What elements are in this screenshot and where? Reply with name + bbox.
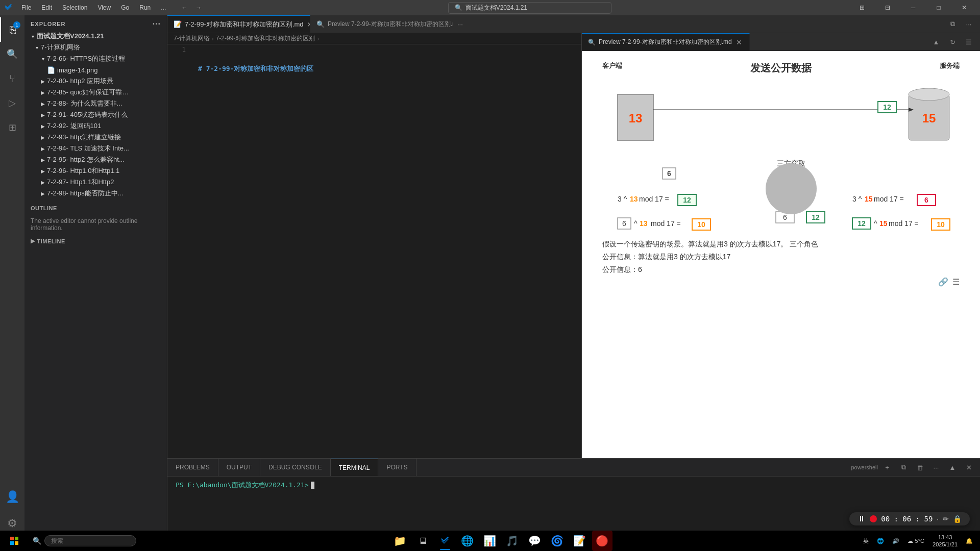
terminal-close-button[interactable]: ✕ — [962, 460, 976, 474]
more-menu[interactable]: ... — [157, 3, 170, 12]
tab-preview[interactable]: 🔍 Preview 7-2-99-对称加密和非对称加密的区别.md ✕ — [310, 15, 453, 33]
client-number: 13 — [629, 111, 643, 125]
sidebar-item-compat[interactable]: ▶ 7-2-95- http2 怎么兼容ht... — [24, 154, 167, 165]
sidebar-item-http11[interactable]: ▶ 7-2-97- Http1.1和Http2 — [24, 177, 167, 188]
sidebar-item-establish[interactable]: ▶ 7-2-93- http怎样建立链接 — [24, 132, 167, 143]
sidebar-item-https[interactable]: ▾ 7-2-66- HTTPS的连接过程 — [24, 53, 167, 64]
minimize-button[interactable]: ─ — [901, 0, 925, 15]
nav-back[interactable]: ← — [178, 3, 190, 12]
http11-label: 7-2-97- Http1.1和Http2 — [47, 178, 114, 187]
timeline-section[interactable]: ▶ Timeline — [24, 236, 167, 246]
sidebar-item-tls[interactable]: ▶ 7-2-94- TLS 加速技术 Inte... — [24, 143, 167, 154]
ports-tab[interactable]: PORTS — [378, 459, 416, 476]
menu-icon[interactable]: ☰ — [952, 277, 960, 287]
sidebar-item-nonneed[interactable]: ▶ 7-2-88- 为什么既需要非... — [24, 98, 167, 109]
source-control-activity-icon[interactable]: ⑂ — [0, 66, 24, 91]
tab-actions: ⧉ ··· — [945, 15, 980, 33]
debug-activity-icon[interactable]: ▷ — [0, 91, 24, 115]
breadcrumb-network[interactable]: 7-计算机网络 — [174, 34, 210, 43]
taskbar-app-edge[interactable]: 🌀 — [547, 531, 568, 551]
taskbar-app-terminal[interactable]: 🖥 — [412, 531, 433, 551]
taskbar-search-input[interactable] — [44, 535, 136, 546]
terminal-tab[interactable]: TERMINAL — [331, 459, 379, 476]
sidebar-item-image[interactable]: 📄 image-14.png — [24, 64, 167, 76]
toc-button[interactable]: ☰ — [962, 35, 976, 49]
taskbar-weather[interactable]: ☁ 5°C — [904, 531, 927, 551]
explorer-activity-icon[interactable]: ⎘ 1 — [0, 17, 24, 42]
taskbar-app-explorer[interactable]: 📁 — [390, 531, 410, 551]
taskbar-language[interactable]: 英 — [860, 531, 872, 551]
view-menu[interactable]: View — [93, 3, 115, 12]
sidebar-item-http10[interactable]: ▶ 7-2-96- Http1.0和Http1.1 — [24, 165, 167, 177]
start-button[interactable] — [4, 531, 24, 551]
problems-tab[interactable]: PROBLEMS — [167, 459, 218, 476]
scroll-up-button[interactable]: ▲ — [929, 35, 943, 49]
taskbar-app-music[interactable]: 🎵 — [502, 531, 523, 551]
more-actions-button[interactable]: ··· — [962, 17, 976, 31]
output-tab[interactable]: OUTPUT — [218, 459, 260, 476]
taskbar-app-wechat[interactable]: 💬 — [525, 531, 545, 551]
code-scroll[interactable]: 1 54 55 56 57 58 59 59 60 60 61 62 — [167, 44, 581, 458]
taskbar-search[interactable]: 🔍 — [27, 531, 142, 551]
nonneed-label: 7-2-88- 为什么既需要非... — [47, 99, 122, 108]
search-activity-icon[interactable]: 🔍 — [0, 42, 24, 66]
taskbar-clock[interactable]: 13:43 2025/1/21 — [929, 534, 961, 548]
refresh-button[interactable]: ↻ — [945, 35, 960, 49]
sidebar-item-root[interactable]: ▾ 面试题文档V2024.1.21 — [24, 31, 167, 42]
http11-arrow: ▶ — [39, 180, 47, 185]
sidebar-header: Explorer ··· — [24, 15, 167, 31]
timeline-arrow: ▶ — [31, 238, 35, 244]
taskbar-app-browser[interactable]: 🌐 — [457, 531, 478, 551]
sidebar-item-network[interactable]: ▾ 7-计算机网络 — [24, 42, 167, 53]
recording-dot — [870, 515, 877, 522]
selection-menu[interactable]: Selection — [58, 3, 91, 12]
preview-content[interactable]: 客户端 发送公开数据 服务端 13 15 — [582, 51, 980, 458]
terminal-more-button[interactable]: ··· — [929, 460, 943, 474]
breadcrumb-file[interactable]: 7-2-99-对称加密和非对称加密的区别 — [216, 34, 315, 43]
debug-console-tab[interactable]: DEBUG CONSOLE — [260, 459, 331, 476]
pause-button[interactable]: ⏸ — [857, 514, 866, 523]
tab-editor[interactable]: 📝 7-2-99-对称加密和非对称加密的区别.md ✕ — [167, 15, 310, 33]
sidebar-item-http2[interactable]: ▶ 7-2-80- http2 应用场景 — [24, 76, 167, 87]
tab-more-button[interactable]: ··· — [453, 15, 467, 33]
sidebar-item-101[interactable]: ▶ 7-2-92- 返回码101 — [24, 120, 167, 132]
tab-bar: 📝 7-2-99-对称加密和非对称加密的区别.md ✕ 🔍 Preview 7-… — [167, 15, 980, 33]
taskbar-app-vscode[interactable] — [435, 531, 455, 551]
sidebar-item-https-defend[interactable]: ▶ 7-2-98- https能否防止中... — [24, 188, 167, 199]
sidebar-item-quic[interactable]: ▶ 7-2-85- quic如何保证可靠… — [24, 87, 167, 98]
preview-tab-close[interactable]: ✕ — [735, 38, 743, 46]
extensions-activity-icon[interactable]: ⊞ — [0, 115, 24, 140]
terminal-shell-label: powershell — [851, 464, 878, 470]
taskbar-app-red[interactable]: 🔴 — [592, 531, 612, 551]
edit-recording-button[interactable]: ✏ — [943, 515, 949, 523]
preview-active-tab[interactable]: 🔍 Preview 7-2-99-对称加密和非对称加密的区别.md ✕ — [582, 33, 750, 51]
taskbar-app-excel[interactable]: 📊 — [480, 531, 500, 551]
go-menu[interactable]: Go — [117, 3, 133, 12]
close-button[interactable]: ✕ — [952, 0, 976, 15]
maximize-button[interactable]: □ — [927, 0, 950, 15]
link-icon[interactable]: 🔗 — [938, 277, 948, 287]
lock-recording-button[interactable]: 🔒 — [953, 515, 962, 523]
svg-text:3 ^: 3 ^ — [852, 195, 862, 203]
terminal-maximize-button[interactable]: ▲ — [945, 460, 960, 474]
tab-editor-close[interactable]: ✕ — [307, 20, 310, 29]
vscode-taskbar-icon — [440, 536, 450, 546]
nav-forward[interactable]: → — [192, 3, 205, 12]
search-box[interactable]: 🔍 面试题文档V2024.1.21 — [448, 2, 611, 14]
taskbar-notification[interactable]: 🔔 — [963, 531, 976, 551]
terminal-new-button[interactable]: + — [880, 460, 894, 474]
extensions-button[interactable]: ⊞ — [850, 0, 874, 15]
sidebar-more-icon[interactable]: ··· — [153, 19, 161, 29]
sidebar-item-405[interactable]: ▶ 7-2-91- 405状态码表示什么 — [24, 109, 167, 120]
taskbar-network[interactable]: 🌐 — [874, 531, 887, 551]
taskbar-speaker[interactable]: 🔊 — [889, 531, 902, 551]
terminal-split-button[interactable]: ⧉ — [896, 460, 911, 474]
split-editor-button[interactable]: ⧉ — [945, 17, 960, 31]
taskbar-app-note[interactable]: 📝 — [570, 531, 590, 551]
edit-menu[interactable]: Edit — [37, 3, 56, 12]
accounts-activity-icon[interactable]: 👤 — [0, 485, 24, 509]
file-menu[interactable]: File — [17, 3, 35, 12]
run-menu[interactable]: Run — [135, 3, 155, 12]
layout-button[interactable]: ⊟ — [876, 0, 899, 15]
terminal-trash-button[interactable]: 🗑 — [913, 460, 927, 474]
